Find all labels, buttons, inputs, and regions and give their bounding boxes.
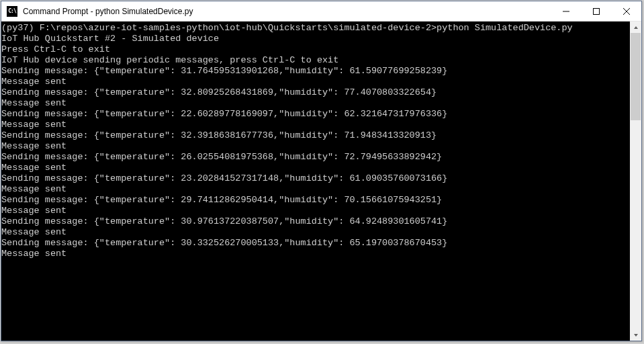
scroll-down-arrow-icon[interactable] <box>630 329 641 341</box>
terminal-line: Sending message: {"temperature": 32.8092… <box>1 87 630 98</box>
terminal-line: Sending message: {"temperature": 31.7645… <box>1 66 630 77</box>
cmd-icon-text: C:\ <box>8 8 15 14</box>
terminal-line: Sending message: {"temperature": 32.3918… <box>1 130 630 141</box>
terminal-line: Sending message: {"temperature": 29.7411… <box>1 195 630 206</box>
terminal-line: (py37) F:\repos\azure-iot-samples-python… <box>1 23 630 34</box>
cmd-icon: C:\ <box>7 6 17 17</box>
terminal-line: Message sent <box>1 184 630 195</box>
command-prompt-window: C:\ Command Prompt - python SimulatedDev… <box>1 1 642 341</box>
terminal-output[interactable]: (py37) F:\repos\azure-iot-samples-python… <box>1 22 630 341</box>
close-button[interactable] <box>611 1 641 21</box>
svg-marker-5 <box>634 334 638 337</box>
terminal-line: Press Ctrl-C to exit <box>1 44 630 55</box>
scroll-up-arrow-icon[interactable] <box>630 22 641 33</box>
vertical-scrollbar[interactable] <box>630 22 641 341</box>
maximize-button[interactable] <box>581 1 611 21</box>
terminal-line: Message sent <box>1 206 630 216</box>
terminal-line: Sending message: {"temperature": 26.0255… <box>1 152 630 163</box>
window-controls <box>551 1 641 21</box>
titlebar[interactable]: C:\ Command Prompt - python SimulatedDev… <box>1 1 641 22</box>
client-area: (py37) F:\repos\azure-iot-samples-python… <box>1 22 641 341</box>
terminal-line: Message sent <box>1 227 630 238</box>
terminal-line: Message sent <box>1 77 630 87</box>
terminal-line: IoT Hub device sending periodic messages… <box>1 55 630 66</box>
terminal-line: IoT Hub Quickstart #2 - Simulated device <box>1 34 630 44</box>
terminal-line: Message sent <box>1 141 630 152</box>
svg-rect-1 <box>593 8 599 14</box>
terminal-line: Message sent <box>1 163 630 173</box>
terminal-line: Sending message: {"temperature": 22.6028… <box>1 109 630 120</box>
minimize-button[interactable] <box>551 1 581 21</box>
terminal-line: Message sent <box>1 249 630 259</box>
scroll-track[interactable] <box>630 33 641 329</box>
terminal-line: Sending message: {"temperature": 30.9761… <box>1 216 630 227</box>
terminal-line: Message sent <box>1 98 630 109</box>
terminal-line: Sending message: {"temperature": 23.2028… <box>1 173 630 184</box>
scroll-thumb[interactable] <box>631 33 641 120</box>
svg-marker-4 <box>634 26 638 29</box>
terminal-line: Sending message: {"temperature": 30.3325… <box>1 238 630 249</box>
terminal-line: Message sent <box>1 120 630 130</box>
window-title: Command Prompt - python SimulatedDevice.… <box>23 7 551 16</box>
